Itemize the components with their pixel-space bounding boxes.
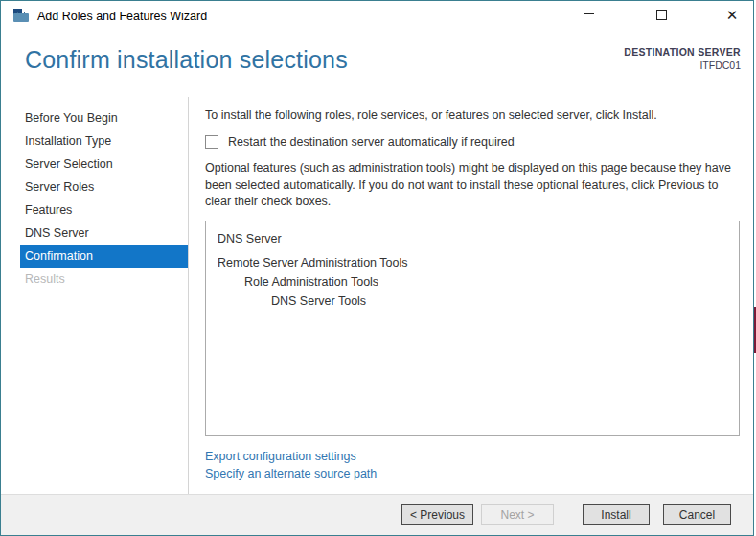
sidebar-item-confirmation[interactable]: Confirmation <box>20 245 188 268</box>
footer-links: Export configuration settings Specify an… <box>205 448 740 482</box>
destination-server-block: DESTINATION SERVER ITFDC01 <box>624 46 741 71</box>
selection-item: Remote Server Administration Tools <box>218 253 727 272</box>
cancel-button[interactable]: Cancel <box>663 504 731 525</box>
button-bar: < Previous Next > Install Cancel <box>1 494 753 535</box>
intro-text: To install the following roles, role ser… <box>205 108 740 122</box>
maximize-button[interactable] <box>645 1 677 30</box>
export-configuration-link[interactable]: Export configuration settings <box>205 448 740 465</box>
screen: Add Roles and Features Wizard ✕ Confirm … <box>0 0 756 536</box>
restart-checkbox[interactable] <box>205 135 218 149</box>
sidebar-item-results: Results <box>20 268 188 291</box>
optional-features-note: Optional features (such as administratio… <box>205 160 740 211</box>
wizard-body: Before You BeginInstallation TypeServer … <box>1 97 753 496</box>
sidebar-item-server-selection[interactable]: Server Selection <box>20 152 188 175</box>
page-title: Confirm installation selections <box>25 46 348 74</box>
selection-item: Role Administration Tools <box>218 272 727 291</box>
sidebar-item-before-you-begin[interactable]: Before You Begin <box>20 106 188 129</box>
sidebar: Before You BeginInstallation TypeServer … <box>1 97 189 496</box>
next-button: Next > <box>481 504 554 525</box>
title-bar: Add Roles and Features Wizard ✕ <box>1 1 753 32</box>
content-pane: To install the following roles, role ser… <box>189 97 753 496</box>
close-button[interactable]: ✕ <box>716 1 748 30</box>
selection-item: DNS Server <box>218 229 727 248</box>
window-title: Add Roles and Features Wizard <box>37 10 207 23</box>
restart-checkbox-label: Restart the destination server automatic… <box>228 135 515 149</box>
sidebar-item-dns-server[interactable]: DNS Server <box>20 221 188 245</box>
selection-item: DNS Server Tools <box>218 291 727 311</box>
minimize-button[interactable] <box>572 1 605 30</box>
server-manager-wizard-icon <box>13 9 31 23</box>
destination-server-label: DESTINATION SERVER <box>624 46 741 58</box>
maximize-icon <box>656 10 667 20</box>
install-button[interactable]: Install <box>583 504 650 525</box>
add-roles-features-wizard-dialog: Add Roles and Features Wizard ✕ Confirm … <box>0 0 754 536</box>
alternate-source-path-link[interactable]: Specify an alternate source path <box>205 465 740 482</box>
selection-list[interactable]: DNS ServerRemote Server Administration T… <box>205 221 740 436</box>
previous-button[interactable]: < Previous <box>401 504 473 525</box>
sidebar-item-server-roles[interactable]: Server Roles <box>20 175 188 198</box>
sidebar-item-installation-type[interactable]: Installation Type <box>20 129 188 152</box>
sidebar-item-features[interactable]: Features <box>20 198 188 221</box>
close-icon: ✕ <box>726 7 739 23</box>
wizard-header: Confirm installation selections DESTINAT… <box>1 32 753 97</box>
restart-checkbox-row[interactable]: Restart the destination server automatic… <box>205 135 740 149</box>
destination-server-name: ITFDC01 <box>624 59 741 71</box>
minimize-icon <box>584 13 594 14</box>
